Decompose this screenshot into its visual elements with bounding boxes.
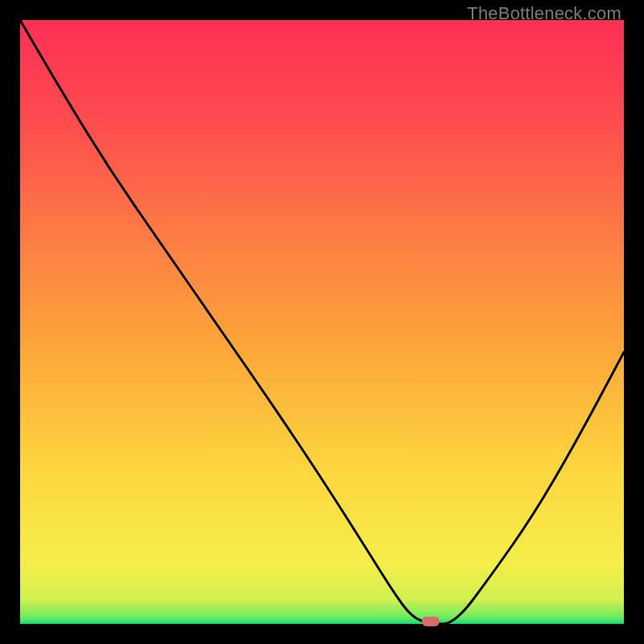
bottleneck-curve <box>20 20 624 624</box>
optimal-marker <box>422 617 440 626</box>
curve-svg <box>20 20 624 624</box>
plot-area <box>20 20 624 624</box>
chart-container: TheBottleneck.com <box>0 0 644 644</box>
